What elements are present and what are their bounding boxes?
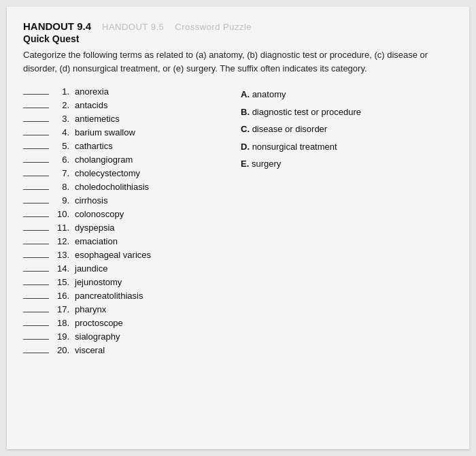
category-text: disease or disorder [252, 124, 328, 134]
term-text: cirrhosis [75, 195, 107, 206]
category-item: A. anatomy [241, 88, 453, 101]
answer-blank [23, 135, 49, 135]
category-label: D. [241, 142, 252, 152]
term-number: 16. [52, 291, 69, 301]
answer-blank [23, 298, 49, 299]
category-label: C. [241, 124, 252, 134]
category-text: anatomy [252, 89, 286, 99]
term-text: colonoscopy [75, 209, 124, 219]
answer-blank [23, 121, 49, 122]
answer-blank [23, 271, 49, 272]
term-item: 20.visceral [23, 345, 227, 355]
term-number: 20. [52, 345, 69, 355]
category-item: D. nonsurgical treatment [241, 140, 453, 154]
category-text: diagnostic test or procedure [252, 107, 361, 117]
answer-blank [23, 230, 49, 231]
term-text: pancreatolithiasis [75, 291, 143, 301]
term-text: barium swallow [75, 127, 135, 137]
term-text: pharynx [75, 304, 106, 314]
term-item: 3.antiemetics [23, 114, 227, 124]
term-number: 10. [52, 209, 69, 219]
handout-title: HANDOUT 9.4 [23, 20, 91, 32]
term-item: 10.colonoscopy [23, 209, 227, 219]
answer-blank [23, 257, 49, 258]
content-area: 1.anorexia2.antacids3.antiemetics4.bariu… [23, 86, 453, 359]
term-number: 3. [52, 114, 69, 124]
term-item: 9.cirrhosis [23, 195, 227, 206]
term-text: dyspepsia [75, 223, 115, 233]
term-item: 4.barium swallow [23, 127, 227, 137]
category-item: C. disease or disorder [241, 123, 453, 136]
handout-subtitle: HANDOUT 9.5 [102, 22, 164, 32]
term-item: 16.pancreatolithiasis [23, 291, 227, 301]
answer-blank [23, 176, 49, 176]
term-item: 17.pharynx [23, 304, 227, 314]
term-item: 11.dyspepsia [23, 223, 227, 233]
term-item: 15.jejunostomy [23, 277, 227, 287]
category-item: B. diagnostic test or procedure [241, 105, 453, 119]
term-text: choledocholithiasis [75, 182, 149, 192]
term-item: 1.anorexia [23, 86, 227, 97]
term-text: antiemetics [75, 114, 120, 124]
term-item: 13.esophageal varices [23, 250, 227, 260]
term-number: 13. [52, 250, 69, 260]
instructions-text: Categorize the following terms as relate… [23, 48, 445, 76]
term-item: 12.emaciation [23, 236, 227, 246]
handout-subtitle2: Crossword Puzzle [175, 22, 252, 32]
quick-quest-label: Quick Quest [23, 33, 453, 44]
term-text: sialography [75, 331, 120, 342]
header-row: HANDOUT 9.4 HANDOUT 9.5 Crossword Puzzle [23, 20, 453, 32]
term-item: 7.cholecystectomy [23, 168, 227, 178]
answer-blank [23, 284, 49, 285]
answer-blank [23, 244, 49, 244]
term-text: cathartics [75, 141, 113, 151]
term-number: 17. [52, 304, 69, 314]
term-text: anorexia [75, 86, 109, 97]
term-number: 12. [52, 236, 69, 246]
term-number: 9. [52, 195, 69, 206]
term-text: jejunostomy [75, 277, 122, 287]
term-text: esophageal varices [75, 250, 151, 260]
answer-blank [23, 94, 49, 95]
term-number: 8. [52, 182, 69, 192]
category-label: A. [241, 89, 252, 99]
answer-blank [23, 312, 49, 312]
answer-blank [23, 325, 49, 326]
term-text: cholangiogram [75, 154, 133, 165]
term-number: 5. [52, 141, 69, 151]
term-number: 14. [52, 263, 69, 274]
answer-blank [23, 203, 49, 203]
term-number: 6. [52, 154, 69, 165]
category-item: E. surgery [241, 157, 453, 171]
answer-blank [23, 353, 49, 353]
term-item: 2.antacids [23, 100, 227, 110]
answer-blank [23, 189, 49, 190]
term-item: 19.sialography [23, 331, 227, 342]
term-number: 7. [52, 168, 69, 178]
categories-list: A. anatomyB. diagnostic test or procedur… [227, 86, 453, 359]
term-number: 11. [52, 223, 69, 233]
answer-blank [23, 148, 49, 149]
term-number: 2. [52, 100, 69, 110]
term-number: 19. [52, 331, 69, 342]
category-text: surgery [252, 159, 281, 169]
term-text: proctoscope [75, 318, 123, 328]
term-item: 6.cholangiogram [23, 154, 227, 165]
term-number: 1. [52, 86, 69, 97]
answer-blank [23, 339, 49, 340]
answer-blank [23, 216, 49, 217]
terms-list: 1.anorexia2.antacids3.antiemetics4.bariu… [23, 86, 227, 359]
term-number: 18. [52, 318, 69, 328]
term-text: antacids [75, 100, 107, 110]
answer-blank [23, 162, 49, 163]
category-label: B. [241, 107, 252, 117]
term-item: 8.choledocholithiasis [23, 182, 227, 192]
term-item: 18.proctoscope [23, 318, 227, 328]
term-item: 5.cathartics [23, 141, 227, 151]
answer-blank [23, 108, 49, 108]
term-number: 15. [52, 277, 69, 287]
term-text: jaundice [75, 263, 107, 274]
page: HANDOUT 9.4 HANDOUT 9.5 Crossword Puzzle… [7, 7, 469, 449]
term-text: cholecystectomy [75, 168, 140, 178]
category-label: E. [241, 159, 252, 169]
